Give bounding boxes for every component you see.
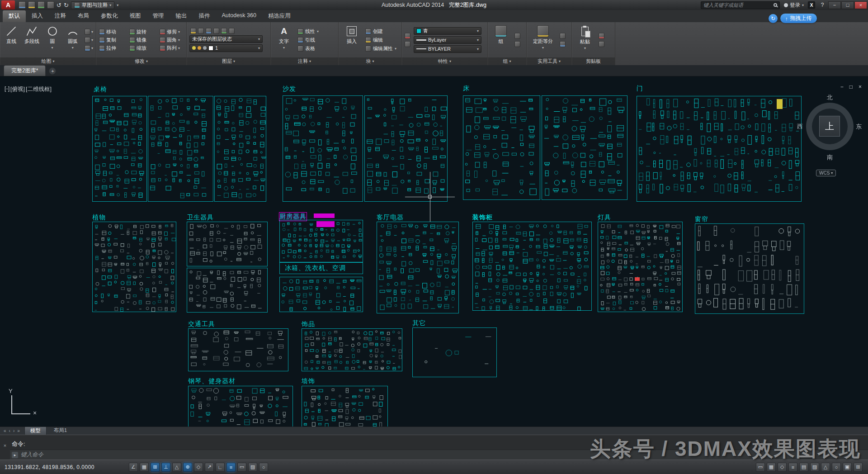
group-button[interactable]: 组 bbox=[491, 24, 511, 56]
ribbon-tab-1[interactable]: 插入 bbox=[26, 10, 49, 22]
panel-annotate-label[interactable]: 注释▾ bbox=[271, 57, 338, 65]
modify-tool-2[interactable]: 修剪▾ bbox=[160, 28, 188, 35]
save-icon[interactable] bbox=[38, 1, 45, 9]
modify-tool-5[interactable]: 圆角▾ bbox=[160, 37, 188, 43]
status-toggle-11[interactable]: ▨ bbox=[248, 463, 257, 472]
help-icon[interactable]: ? bbox=[819, 2, 826, 8]
layout-tab-0[interactable]: 模型 bbox=[24, 427, 47, 435]
upload-button[interactable]: ↑ 拖拽上传 bbox=[780, 14, 817, 23]
status-right-icon-0[interactable]: ▭ bbox=[756, 463, 765, 472]
ribbon-tab-2[interactable]: 注释 bbox=[49, 10, 72, 22]
ribbon-tab-0[interactable]: 默认 bbox=[3, 10, 26, 22]
layout-nav-0[interactable]: « bbox=[3, 428, 7, 433]
panel-draw-label[interactable]: 绘图▾ bbox=[0, 57, 96, 65]
text-tool-button[interactable]: A 文字 ▾ bbox=[274, 24, 294, 56]
command-input[interactable]: ▸ 键入命令 bbox=[10, 450, 868, 460]
workspace-switcher[interactable]: 草图与注释 ▾ bbox=[71, 1, 115, 9]
modify-tool-1[interactable]: 旋转 bbox=[129, 28, 158, 35]
file-tab-active[interactable]: 完整2图库* bbox=[4, 65, 46, 76]
ribbon-tab-8[interactable]: 插件 bbox=[193, 10, 216, 22]
ribbon-tab-10[interactable]: 精选应用 bbox=[262, 10, 297, 22]
layer-properties-icon[interactable] bbox=[190, 28, 196, 34]
plot-icon[interactable] bbox=[47, 1, 54, 9]
viewcube-north-label[interactable]: 北 bbox=[797, 94, 863, 102]
new-file-icon[interactable] bbox=[19, 1, 26, 9]
modify-tool-0[interactable]: 移动 bbox=[99, 28, 127, 35]
panel-modify-label[interactable]: 修改▾ bbox=[96, 57, 186, 65]
status-toggle-1[interactable]: ▦ bbox=[140, 463, 149, 472]
modify-tool-7[interactable]: 缩放 bbox=[129, 45, 158, 52]
panel-properties-label[interactable]: 特性▾ bbox=[402, 57, 487, 65]
search-input[interactable] bbox=[703, 2, 771, 8]
status-toggle-4[interactable]: △ bbox=[172, 463, 181, 472]
polyline-tool-button[interactable]: 多段线 bbox=[23, 24, 40, 56]
autocad-logo-button[interactable]: A bbox=[1, 0, 15, 9]
lineweight-dropdown[interactable]: ByLayer▾ bbox=[414, 36, 481, 44]
panel-block-label[interactable]: 块▾ bbox=[339, 57, 401, 65]
viewport-menu-control[interactable]: [-] bbox=[5, 85, 9, 93]
point-style-icon[interactable] bbox=[560, 41, 566, 47]
status-toggle-10[interactable]: ▭ bbox=[237, 463, 246, 472]
ribbon-tab-6[interactable]: 管理 bbox=[147, 10, 170, 22]
modify-tool-4[interactable]: 镜像 bbox=[129, 37, 158, 43]
status-right-icon-6[interactable]: △ bbox=[821, 463, 830, 472]
upload-sync-icon[interactable]: ↻ bbox=[769, 14, 778, 23]
status-toggle-6[interactable]: ◇ bbox=[194, 463, 203, 472]
layer-freeze-icon[interactable] bbox=[213, 28, 219, 34]
status-toggle-0[interactable]: ∠ bbox=[129, 463, 138, 472]
minimize-button[interactable]: − bbox=[828, 1, 841, 9]
open-file-icon[interactable] bbox=[28, 1, 35, 9]
panel-utilities-label[interactable]: 实用工具▾ bbox=[527, 57, 571, 65]
properties-list-icon[interactable] bbox=[405, 41, 410, 47]
status-right-icon-5[interactable]: ▨ bbox=[810, 463, 819, 472]
status-toggle-2[interactable]: ⊞ bbox=[151, 463, 160, 472]
doc-minimize-button[interactable]: − bbox=[840, 84, 844, 90]
quick-select-icon[interactable] bbox=[560, 33, 566, 39]
undo-icon[interactable]: ↺ bbox=[57, 2, 61, 9]
measure-button[interactable]: 定距等分 ▾ bbox=[529, 24, 557, 56]
status-right-icon-8[interactable]: ▣ bbox=[843, 463, 852, 472]
ungroup-icon[interactable] bbox=[514, 33, 520, 39]
layer-isolate-icon[interactable] bbox=[206, 28, 212, 34]
layer-lock-icon[interactable] bbox=[221, 28, 227, 34]
status-right-icon-3[interactable]: ≡ bbox=[788, 463, 797, 472]
layer-match-icon[interactable] bbox=[229, 28, 235, 34]
layer-dropdown[interactable]: 1▾ bbox=[189, 44, 263, 52]
modify-tool-6[interactable]: 拉伸 bbox=[99, 45, 127, 52]
layout-tab-1[interactable]: 布局1 bbox=[48, 427, 72, 435]
status-right-icon-9[interactable]: ⊞ bbox=[854, 463, 863, 472]
doc-restore-button[interactable]: □ bbox=[849, 84, 853, 90]
wcs-dropdown[interactable]: WCS▾ bbox=[816, 170, 836, 176]
viewcube-south-label[interactable]: 南 bbox=[797, 153, 863, 161]
edit-attributes-button[interactable]: 编辑属性▾ bbox=[365, 45, 396, 52]
group-edit-icon[interactable] bbox=[514, 41, 520, 47]
layout-nav-3[interactable]: » bbox=[16, 428, 21, 433]
panel-clipboard-label[interactable]: 剪贴板 bbox=[572, 57, 615, 65]
layout-nav-2[interactable]: › bbox=[12, 428, 15, 433]
doc-close-button[interactable]: × bbox=[859, 84, 862, 90]
edit-block-button[interactable]: 编辑 bbox=[365, 37, 396, 43]
drawing-area[interactable]: [-] [俯视] [二维线框] − □ × 北 西 东 上 南 WCS▾ Y ×… bbox=[0, 76, 868, 427]
search-icon[interactable] bbox=[774, 3, 777, 7]
close-button[interactable]: × bbox=[854, 1, 867, 9]
sign-in-button[interactable]: 登录 ▾ bbox=[784, 2, 804, 9]
panel-groups-label[interactable]: 组▾ bbox=[488, 57, 526, 65]
command-close-icon[interactable]: × bbox=[4, 443, 6, 448]
match-properties-icon[interactable] bbox=[405, 33, 410, 39]
status-right-icon-4[interactable]: ▤ bbox=[799, 463, 808, 472]
viewcube-top-face[interactable]: 上 bbox=[819, 116, 840, 137]
leader-tool-button[interactable]: 引线 bbox=[297, 37, 319, 43]
ribbon-tab-9[interactable]: Autodesk 360 bbox=[216, 10, 262, 22]
hatch-flyout-button[interactable]: ▾ bbox=[85, 45, 93, 51]
arc-tool-button[interactable]: 圆弧 ▾ bbox=[64, 24, 81, 56]
ellipse-flyout-button[interactable]: ▾ bbox=[85, 37, 93, 43]
viewcube-west-label[interactable]: 西 bbox=[797, 123, 803, 131]
ribbon-tab-5[interactable]: 视图 bbox=[124, 10, 147, 22]
status-toggle-12[interactable]: ○ bbox=[259, 463, 268, 472]
layer-state-dropdown[interactable]: 未保存的图层状态▾ bbox=[189, 35, 263, 43]
status-toggle-8[interactable]: ∟ bbox=[216, 463, 225, 472]
qat-menu-arrow-icon[interactable]: ▾ bbox=[117, 3, 118, 7]
status-right-icon-7[interactable]: ○ bbox=[832, 463, 841, 472]
rectangle-flyout-button[interactable]: ▾ bbox=[85, 29, 93, 35]
new-tab-button[interactable]: + bbox=[49, 67, 56, 75]
